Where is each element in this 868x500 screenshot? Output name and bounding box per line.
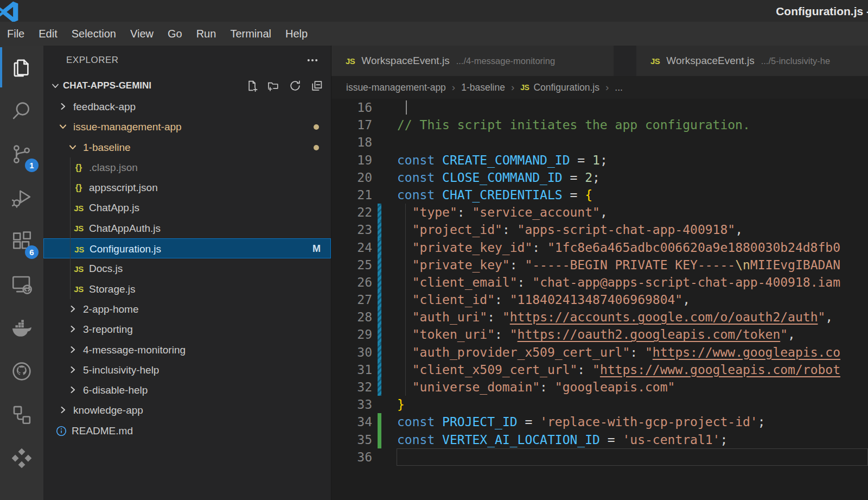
tree-item-5-inclusivity-help[interactable]: 5-inclusivity-help: [43, 360, 331, 380]
code-text: "client_id": "118402413487406969804",: [397, 291, 690, 308]
code-line-16[interactable]: 16: [331, 99, 868, 116]
workspace-root-row[interactable]: CHAT-APPS-GEMINI: [43, 75, 331, 97]
activity-item-remote-explorer[interactable]: [0, 263, 43, 306]
activity-item-explorer[interactable]: [0, 46, 43, 89]
line-number[interactable]: 30: [331, 344, 372, 361]
tree-item-1-baseline[interactable]: 1-baseline: [43, 137, 331, 157]
code-line-34[interactable]: 34const PROJECT_ID = 'replace-with-gcp-p…: [331, 413, 868, 431]
editor-tab-1[interactable]: JSWorkspaceEvent.js.../4-message-monitor…: [331, 46, 614, 76]
menu-item-edit[interactable]: Edit: [31, 22, 64, 46]
line-number[interactable]: 31: [331, 361, 372, 378]
line-number[interactable]: 29: [331, 326, 372, 343]
tree-item-chatapp-js[interactable]: JSChatApp.js: [43, 198, 331, 218]
code-text: const VERTEX_AI_LOCATION_ID = 'us-centra…: [397, 431, 727, 448]
menu-item-help[interactable]: Help: [278, 22, 315, 46]
tree-item-feedback-app[interactable]: feedback-app: [43, 97, 331, 117]
activity-item-extensions[interactable]: 6: [0, 219, 43, 263]
line-number[interactable]: 18: [331, 134, 372, 151]
menu-item-run[interactable]: Run: [189, 22, 224, 46]
code-line-35[interactable]: 35const VERTEX_AI_LOCATION_ID = 'us-cent…: [331, 431, 868, 448]
tree-item-label: 1-baseline: [83, 137, 131, 157]
tree-item-docs-js[interactable]: JSDocs.js: [43, 258, 331, 279]
tree-item-readme-md[interactable]: README.md: [43, 421, 331, 441]
code-line-21[interactable]: 21const CHAT_CREDENTIALS = {: [331, 186, 868, 204]
activity-item-docker[interactable]: [0, 306, 43, 350]
code-line-28[interactable]: 28 "auth_uri": "https://accounts.google.…: [331, 308, 868, 326]
js-file-icon: JS: [650, 56, 660, 66]
tree-item-4-message-monitoring[interactable]: 4-message-monitoring: [43, 340, 331, 360]
line-number[interactable]: 27: [331, 291, 372, 308]
tree-item-appsscript-json[interactable]: {}appsscript.json: [43, 178, 331, 198]
code-line-32[interactable]: 32 "universe_domain": "googleapis.com": [331, 378, 868, 396]
activity-item-github[interactable]: [0, 350, 43, 393]
code-line-31[interactable]: 31 "client_x509_cert_url": "https://www.…: [331, 361, 868, 378]
line-number[interactable]: 20: [331, 169, 372, 186]
breadcrumb-item-1-baseline[interactable]: 1-baseline: [461, 82, 505, 93]
line-number[interactable]: 22: [331, 204, 372, 221]
menu-item-view[interactable]: View: [123, 22, 161, 46]
explorer-actions: [245, 79, 323, 92]
code-line-29[interactable]: 29 "token_uri": "https://oauth2.googleap…: [331, 326, 868, 343]
code-area[interactable]: 1617// This script initiates the app con…: [331, 99, 868, 500]
activity-item-gemini-assist[interactable]: [0, 436, 43, 480]
code-line-24[interactable]: 24 "private_key_id": "1fc8e6a465adbc0066…: [331, 239, 868, 256]
breadcrumb-item-issue-management-app[interactable]: issue-management-app: [346, 82, 446, 93]
line-number[interactable]: 33: [331, 396, 372, 413]
code-line-26[interactable]: 26 "client_email": "chat-app@apps-script…: [331, 274, 868, 291]
code-line-18[interactable]: 18: [331, 134, 868, 151]
line-number[interactable]: 19: [331, 151, 372, 169]
code-line-36[interactable]: 36: [331, 448, 868, 466]
new-file-icon[interactable]: [245, 79, 258, 92]
breadcrumb-item-[interactable]: ...: [615, 82, 623, 93]
code-line-27[interactable]: 27 "client_id": "118402413487406969804",: [331, 291, 868, 308]
code-line-33[interactable]: 33}: [331, 396, 868, 413]
tree-item-chatappauth-js[interactable]: JSChatAppAuth.js: [43, 218, 331, 238]
line-number[interactable]: 24: [331, 239, 372, 256]
line-number[interactable]: 26: [331, 274, 372, 291]
line-number[interactable]: 36: [331, 448, 372, 466]
activity-item-search[interactable]: [0, 89, 43, 132]
activity-item-run-debug[interactable]: [0, 176, 43, 219]
line-number[interactable]: 17: [331, 116, 372, 134]
line-number[interactable]: 21: [331, 186, 372, 204]
refresh-icon[interactable]: [289, 79, 302, 92]
new-folder-icon[interactable]: [267, 79, 280, 92]
breadcrumb-item-configuration-js[interactable]: Configuration.js: [533, 82, 599, 93]
code-line-23[interactable]: 23 "project_id": "apps-script-chat-app-4…: [331, 221, 868, 238]
menu-item-selection[interactable]: Selection: [65, 22, 123, 46]
tree-item-clasp-json[interactable]: {}.clasp.json: [43, 157, 331, 178]
line-number[interactable]: 28: [331, 308, 372, 326]
tree-item-6-disable-help[interactable]: 6-disable-help: [43, 380, 331, 400]
menu-item-go[interactable]: Go: [161, 22, 189, 46]
collapse-all-icon[interactable]: [310, 79, 323, 92]
tree-item-3-reporting[interactable]: 3-reporting: [43, 319, 331, 339]
editor-tab-2[interactable]: JSWorkspaceEvent.js.../5-inclusivity-he: [636, 46, 868, 76]
activity-item-source-control[interactable]: 1: [0, 132, 43, 176]
tree-item-label: appsscript.json: [89, 178, 158, 198]
tree-item-2-app-home[interactable]: 2-app-home: [43, 299, 331, 319]
tree-item-issue-management-app[interactable]: issue-management-app: [43, 117, 331, 137]
tree-item-configuration-js[interactable]: JSConfiguration.jsM: [43, 238, 331, 258]
files-icon: [10, 56, 33, 79]
code-line-22[interactable]: 22 "type": "service_account",: [331, 204, 868, 221]
code-line-17[interactable]: 17// This script initiates the app confi…: [331, 116, 868, 134]
activity-item-project-manager[interactable]: [0, 393, 43, 436]
code-line-19[interactable]: 19const CREATE_COMMAND_ID = 1;: [331, 151, 868, 169]
json-file-icon: {}: [72, 161, 86, 175]
menu-item-file[interactable]: File: [0, 22, 31, 46]
tree-item-knowledge-app[interactable]: knowledge-app: [43, 400, 331, 420]
tree-item-storage-js[interactable]: JSStorage.js: [43, 279, 331, 299]
line-number[interactable]: 16: [331, 99, 372, 116]
line-number[interactable]: 35: [331, 431, 372, 448]
line-number[interactable]: 32: [331, 378, 372, 396]
json-file-icon: {}: [72, 181, 86, 195]
code-line-25[interactable]: 25 "private_key": "-----BEGIN PRIVATE KE…: [331, 256, 868, 274]
code-line-30[interactable]: 30 "auth_provider_x509_cert_url": "https…: [331, 344, 868, 361]
code-line-20[interactable]: 20const CLOSE_COMMAND_ID = 2;: [331, 169, 868, 186]
menu-item-terminal[interactable]: Terminal: [223, 22, 278, 46]
gutter-modified-indicator: [378, 274, 381, 291]
line-number[interactable]: 34: [331, 413, 372, 431]
line-number[interactable]: 23: [331, 221, 372, 238]
more-actions-icon[interactable]: [306, 54, 319, 67]
line-number[interactable]: 25: [331, 256, 372, 274]
